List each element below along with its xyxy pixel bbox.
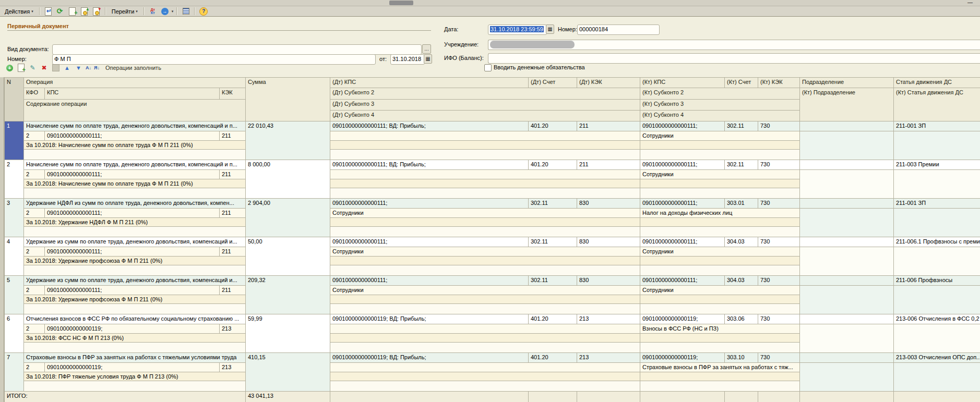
division-cell[interactable] — [800, 314, 894, 324]
col-header-ds-article[interactable]: Статья движения ДС — [894, 78, 980, 88]
table-row[interactable]: 3Удержание НДФЛ из сумм по оплате труда,… — [5, 199, 980, 209]
data-calendar-button[interactable]: ▦ — [546, 25, 554, 34]
col-header-kt-sub4[interactable]: (Кт) Субконто 4 — [640, 111, 800, 121]
dt-kps-cell[interactable]: 09010000000000111; — [330, 237, 529, 247]
operation-extra-cell[interactable] — [24, 150, 246, 160]
ot-date-field[interactable]: 31.10.2018 — [390, 54, 425, 65]
ds-article-cell[interactable]: 211-003 Премии — [894, 160, 980, 170]
kt-division-cell[interactable] — [800, 170, 894, 199]
table-row[interactable]: 6Отчисления взносов в ФСС РФ по обязател… — [5, 314, 980, 324]
dt-kek-cell[interactable]: 830 — [577, 276, 640, 286]
kt-account-cell[interactable]: 302.11 — [725, 160, 758, 170]
table-row-detail[interactable]: 209010000000000111;211СотрудникиНалог на… — [5, 209, 980, 218]
table-row-detail[interactable]: 209010000000000111;211Сотрудники — [5, 131, 980, 141]
copy-row-icon[interactable]: + — [17, 64, 26, 72]
col-header-dt-sub3[interactable]: (Дт) Субконто 3 — [330, 100, 640, 111]
dt-kps-cell[interactable]: 09010000000000111; — [330, 199, 529, 209]
dt-account-cell[interactable]: 302.11 — [529, 276, 577, 286]
table-row-detail[interactable]: 209010000000000119;213Страховые взносы в… — [5, 363, 980, 372]
kt-subconto2-cell[interactable]: Налог на доходы физических лиц — [640, 209, 800, 218]
copy-document-icon[interactable]: + — [67, 7, 78, 16]
col-header-kek[interactable]: КЭК — [220, 88, 246, 100]
row-number-cell[interactable]: 2 — [5, 160, 24, 199]
kt-ds-article-cell[interactable] — [894, 286, 980, 314]
kt-subconto4-cell[interactable] — [640, 227, 800, 237]
dt-kek-cell[interactable]: 211 — [577, 121, 640, 131]
monetary-obligations-checkbox[interactable] — [484, 64, 492, 71]
kt-ds-article-cell[interactable] — [894, 247, 980, 276]
minimize-button[interactable]: — — [966, 0, 974, 5]
dt-account-cell[interactable]: 302.11 — [529, 237, 577, 247]
kt-subconto2-cell[interactable]: Сотрудники — [640, 131, 800, 141]
vid-dokumenta-more-button[interactable]: ... — [422, 44, 431, 54]
dt-kps-cell[interactable]: 09010000000000119; ВД: Прибыль; — [330, 314, 529, 324]
col-header-sum[interactable]: Сумма — [246, 78, 330, 121]
dt-subconto3-cell[interactable] — [330, 218, 640, 227]
dt-subconto3-cell[interactable] — [330, 257, 640, 265]
move-up-icon[interactable]: ▲ — [63, 64, 71, 72]
goto-menu-button[interactable]: Перейти ▾ — [109, 8, 140, 15]
sum-cell[interactable]: 2 904,00 — [246, 199, 330, 237]
doc-number-field[interactable]: 000000184 — [577, 25, 660, 35]
kt-kps-cell[interactable]: 09010000000000119; — [640, 353, 725, 363]
dt-kek-cell[interactable]: 830 — [577, 199, 640, 209]
division-cell[interactable] — [800, 160, 894, 170]
operation-content-cell[interactable]: За 10.2018: Удержание НДФЛ Ф М П 211 (0%… — [24, 218, 246, 227]
kt-account-cell[interactable]: 304.03 — [725, 237, 758, 247]
kfo-cell[interactable]: 2 — [24, 247, 45, 257]
kfo-cell[interactable]: 2 — [24, 363, 45, 372]
fill-operations-button[interactable]: Операции заполнить — [105, 65, 161, 71]
dt-subconto4-cell[interactable] — [330, 227, 640, 237]
dt-subconto4-cell[interactable] — [330, 343, 640, 353]
operation-name-cell[interactable]: Удержание из сумм по оплате труда, денеж… — [24, 237, 246, 247]
operation-extra-cell[interactable] — [24, 304, 246, 314]
dt-account-cell[interactable]: 302.11 — [529, 199, 577, 209]
table-row-detail[interactable]: 209010000000000111;211Сотрудники — [5, 170, 980, 179]
division-cell[interactable] — [800, 237, 894, 247]
kt-division-cell[interactable] — [800, 209, 894, 237]
kps-cell[interactable]: 09010000000000111; — [45, 286, 220, 295]
ds-article-cell[interactable]: 213-006 Отчисления в ФСС 0,2 — [894, 314, 980, 324]
dt-subconto2-cell[interactable]: Сотрудники — [330, 286, 640, 295]
dt-subconto4-cell[interactable] — [330, 188, 640, 199]
table-row-detail[interactable]: 209010000000000111;211СотрудникиСотрудни… — [5, 286, 980, 295]
col-header-division[interactable]: Подразделение — [800, 78, 894, 88]
row-number-cell[interactable]: 6 — [5, 314, 24, 353]
col-header-dt-sub2[interactable]: (Дт) Субконто 2 — [330, 88, 640, 100]
dt-kek-cell[interactable]: 213 — [577, 314, 640, 324]
col-header-dt-account[interactable]: (Дт) Счет — [529, 78, 577, 88]
kps-cell[interactable]: 09010000000000111; — [45, 170, 220, 179]
kek-cell[interactable]: 211 — [220, 170, 246, 179]
sum-cell[interactable]: 209,32 — [246, 276, 330, 314]
add-row-icon[interactable]: + — [5, 64, 14, 72]
kek-cell[interactable]: 213 — [220, 363, 246, 372]
kt-division-cell[interactable] — [800, 363, 894, 392]
dt-account-cell[interactable]: 401.20 — [529, 353, 577, 363]
kfo-cell[interactable]: 2 — [24, 131, 45, 141]
kt-subconto4-cell[interactable] — [640, 265, 800, 276]
division-cell[interactable] — [800, 276, 894, 286]
sum-cell[interactable]: 59,99 — [246, 314, 330, 353]
kek-cell[interactable]: 211 — [220, 247, 246, 257]
operation-content-cell[interactable]: За 10.2018: Удержание профсоюза Ф М П 21… — [24, 257, 246, 265]
kt-subconto3-cell[interactable] — [640, 179, 800, 188]
kt-subconto3-cell[interactable] — [640, 218, 800, 227]
table-row[interactable]: 5Удержание из сумм по оплате труда, дене… — [5, 276, 980, 286]
kt-kps-cell[interactable]: 09010000000000111; — [640, 199, 725, 209]
kt-kek-cell[interactable]: 730 — [758, 121, 800, 131]
edit-row-icon[interactable]: ✎ — [28, 64, 37, 72]
kt-subconto4-cell[interactable] — [640, 188, 800, 199]
dt-subconto2-cell[interactable] — [330, 324, 640, 334]
row-selector-gutter[interactable] — [0, 77, 4, 402]
kt-account-cell[interactable]: 303.01 — [725, 199, 758, 209]
kt-division-cell[interactable] — [800, 286, 894, 314]
kek-cell[interactable]: 211 — [220, 131, 246, 141]
col-header-kt-division[interactable]: (Кт) Подразделение — [800, 88, 894, 121]
kt-subconto4-cell[interactable] — [640, 381, 800, 392]
table-row-detail[interactable]: 209010000000000111;211СотрудникиСотрудни… — [5, 247, 980, 257]
dt-subconto3-cell[interactable] — [330, 141, 640, 150]
table-row-detail[interactable]: 209010000000000119;213Взносы в ФСС РФ (Н… — [5, 324, 980, 334]
operation-extra-cell[interactable] — [24, 265, 246, 276]
dt-subconto2-cell[interactable] — [330, 363, 640, 372]
kt-subconto2-cell[interactable]: Сотрудники — [640, 247, 800, 257]
